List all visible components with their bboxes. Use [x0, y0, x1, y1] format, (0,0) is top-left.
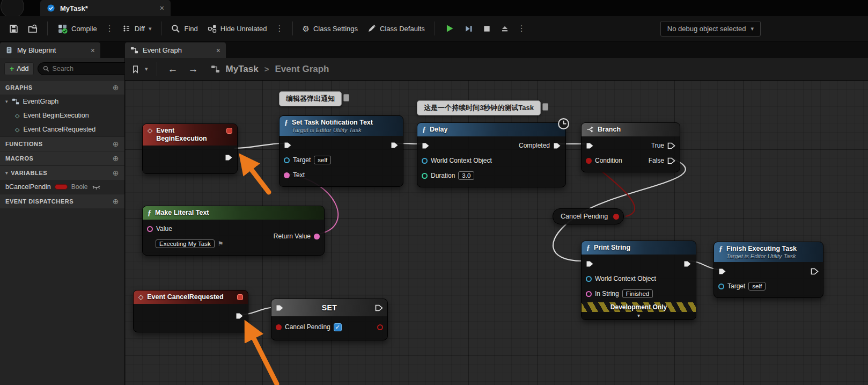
eject-button[interactable] — [498, 21, 512, 36]
add-function-icon[interactable]: ⊕ — [113, 140, 119, 148]
node-finish-executing-task[interactable]: ƒ Finish Executing Task Target is Editor… — [713, 242, 823, 298]
value-pin[interactable] — [147, 226, 153, 232]
target-value-box[interactable]: self — [748, 282, 766, 290]
close-icon[interactable]: × — [160, 4, 164, 12]
bookmark-icon[interactable] — [132, 65, 139, 74]
node-print-string[interactable]: ƒ Print String World Context Object In S… — [581, 241, 696, 320]
in-string-value-box[interactable]: Finished — [622, 289, 653, 298]
tree-item-event-cancelrequested[interactable]: ◇ Event CancelRequested — [0, 122, 124, 136]
browse-button[interactable] — [25, 21, 40, 37]
exec-out-pin[interactable] — [375, 304, 383, 311]
find-button[interactable]: Find — [168, 21, 200, 37]
section-functions[interactable]: FUNCTIONS ⊕ — [0, 136, 124, 151]
tab-event-graph[interactable]: Event Graph × — [125, 42, 226, 58]
add-graph-icon[interactable]: ⊕ — [113, 83, 119, 92]
close-icon[interactable]: × — [91, 47, 95, 54]
compile-options-kebab-icon[interactable]: ⋮ — [104, 24, 115, 33]
comment-bubble-notify[interactable]: 编辑器弹出通知 — [279, 91, 342, 106]
forward-arrow[interactable]: → — [186, 63, 201, 75]
hide-unrelated-kebab-icon[interactable]: ⋮ — [274, 24, 285, 33]
exec-out-pin[interactable] — [553, 142, 561, 149]
value-text-box[interactable]: Executing My Task — [156, 239, 215, 248]
add-dispatcher-icon[interactable]: ⊕ — [113, 197, 119, 206]
exec-out-pin[interactable] — [391, 142, 399, 149]
bool-checkbox[interactable]: ✓ — [334, 323, 342, 331]
breadcrumb-root[interactable]: MyTask — [226, 64, 259, 75]
delegate-pin[interactable] — [237, 294, 243, 300]
flag-icon[interactable]: ⚑ — [218, 240, 224, 248]
bool-out-pin[interactable] — [377, 324, 383, 330]
save-button[interactable] — [6, 21, 21, 37]
play-options-kebab-icon[interactable]: ⋮ — [516, 24, 527, 33]
node-delay[interactable]: ƒ Delay Completed World Context Object — [417, 122, 566, 187]
comment-handle[interactable] — [542, 103, 548, 111]
section-macros[interactable]: MACROS ⊕ — [0, 151, 124, 165]
condition-pin[interactable] — [586, 158, 592, 164]
return-value-pin[interactable] — [314, 234, 320, 239]
world-context-pin[interactable] — [586, 276, 592, 282]
tree-item-event-beginexecution[interactable]: ◇ Event BeginExecution — [0, 108, 124, 122]
delegate-pin[interactable] — [226, 128, 232, 134]
node-event-beginexecution[interactable]: ◇ Event BeginExecution — [142, 124, 238, 174]
section-event-dispatchers[interactable]: EVENT DISPATCHERS ⊕ — [0, 194, 124, 208]
target-pin[interactable] — [284, 157, 290, 163]
expand-node-chevron[interactable]: ▾ — [582, 312, 696, 319]
play-button[interactable] — [442, 20, 457, 37]
class-defaults-button[interactable]: Class Defaults — [365, 21, 428, 36]
exec-in-pin[interactable] — [276, 304, 284, 311]
add-variable-icon[interactable]: ⊕ — [113, 169, 119, 177]
debug-object-dropdown[interactable]: No debug object selected ▾ — [660, 21, 761, 37]
compile-button[interactable]: Compile — [55, 20, 100, 37]
boolean-type-pill[interactable] — [55, 184, 68, 190]
node-set-cancel-pending[interactable]: SET Cancel Pending ✓ — [271, 299, 388, 340]
exec-in-pin[interactable] — [284, 142, 292, 149]
class-settings-button[interactable]: ⚙ Class Settings — [300, 21, 361, 36]
node-set-task-notification-text[interactable]: ƒ Set Task Notification Text Target is E… — [279, 115, 403, 187]
close-icon[interactable]: × — [216, 47, 220, 54]
add-button[interactable]: + Add — [4, 62, 34, 75]
hide-unrelated-button[interactable]: Hide Unrelated — [205, 21, 270, 37]
add-macro-icon[interactable]: ⊕ — [113, 154, 119, 163]
expander-icon[interactable]: ▾ — [5, 99, 8, 104]
exec-out-pin[interactable] — [683, 260, 692, 267]
exec-out-pin[interactable] — [236, 313, 244, 319]
node-branch[interactable]: Branch True Condition False — [581, 122, 680, 172]
true-exec-pin[interactable] — [667, 142, 675, 149]
exec-in-pin[interactable] — [718, 268, 726, 275]
false-exec-pin[interactable] — [667, 157, 675, 164]
tree-item-eventgraph[interactable]: ▾ EventGraph — [0, 95, 124, 108]
diff-button[interactable]: Diff ▾ — [120, 21, 155, 36]
target-value-box[interactable]: self — [314, 156, 331, 164]
section-graphs[interactable]: GRAPHS ⊕ — [0, 80, 124, 95]
variable-row-bcancelpending[interactable]: bCancelPendin Boole — [0, 180, 124, 194]
exec-in-pin[interactable] — [586, 142, 594, 149]
unreal-logo[interactable] — [1, 0, 24, 18]
text-pin[interactable] — [284, 172, 290, 178]
node-get-cancel-pending[interactable]: Cancel Pending — [553, 208, 624, 224]
bookmark-chevron-icon[interactable]: ▾ — [145, 66, 148, 72]
back-arrow[interactable]: ← — [166, 63, 180, 75]
exec-in-pin[interactable] — [422, 142, 430, 149]
comment-handle[interactable] — [343, 94, 349, 101]
expander-icon[interactable]: ▾ — [5, 170, 8, 176]
node-event-cancelrequested[interactable]: ◇ Event CancelRequested — [133, 290, 248, 332]
in-string-pin[interactable] — [586, 291, 592, 297]
asset-tab-mytask[interactable]: MyTask* × — [40, 0, 171, 16]
stop-button[interactable] — [480, 21, 494, 36]
comment-bubble-delay[interactable]: 这是一个持续时间3秒钟的测试Task — [417, 100, 541, 115]
exec-out-pin[interactable] — [811, 268, 819, 275]
bool-out-pin[interactable] — [613, 214, 619, 220]
bool-in-pin[interactable] — [276, 324, 282, 330]
target-pin[interactable] — [718, 284, 724, 289]
visibility-closed-eye-icon[interactable] — [92, 184, 101, 190]
breadcrumb-leaf[interactable]: Event Graph — [275, 64, 329, 75]
node-make-literal-text[interactable]: ƒ Make Literal Text Value Executing My T… — [142, 206, 325, 256]
tab-my-blueprint[interactable]: My Blueprint × — [0, 42, 100, 58]
exec-out-pin[interactable] — [225, 154, 233, 161]
exec-in-pin[interactable] — [586, 260, 594, 267]
event-graph-canvas[interactable]: 编辑器弹出通知 这是一个持续时间3秒钟的测试Task ◇ Event Begin… — [125, 81, 868, 385]
duration-pin[interactable] — [422, 173, 428, 179]
duration-value-box[interactable]: 3.0 — [458, 171, 474, 180]
world-context-pin[interactable] — [422, 158, 428, 164]
frame-skip-button[interactable] — [461, 21, 476, 37]
